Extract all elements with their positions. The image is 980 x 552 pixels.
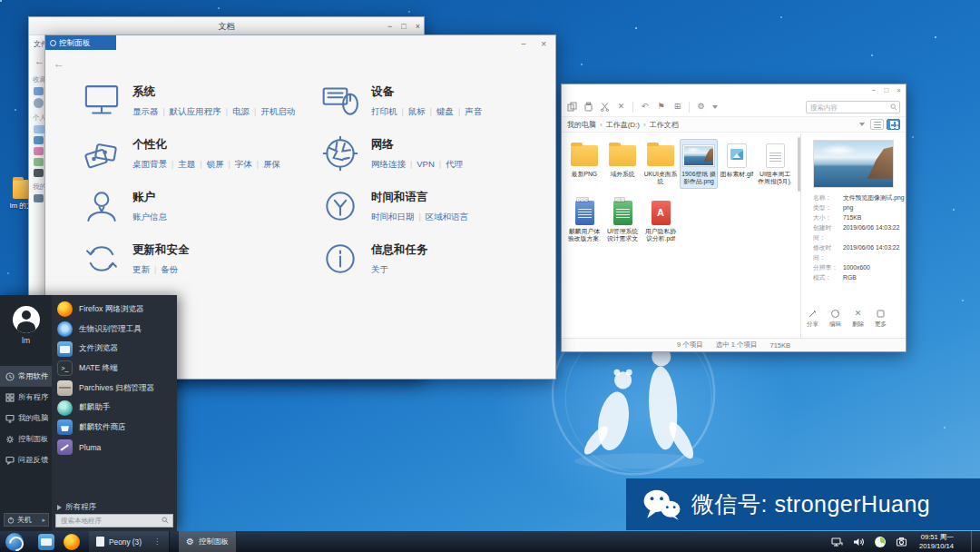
file-item[interactable]: XLS UI管理系统设计需求文档.xls xyxy=(603,196,642,246)
cp-link[interactable]: 打印机 xyxy=(371,106,397,116)
delete-icon[interactable]: ✕ xyxy=(616,102,626,112)
pictures-icon[interactable] xyxy=(34,158,44,166)
taskbar-firefox-icon[interactable] xyxy=(64,534,80,550)
file-item[interactable]: 图标素材.gif xyxy=(718,139,756,189)
taskbar-group-expander[interactable]: ⋮ xyxy=(153,537,162,546)
close-button[interactable]: × xyxy=(897,86,901,94)
user-avatar[interactable] xyxy=(13,306,40,333)
cp-link[interactable]: 账户信息 xyxy=(132,212,167,222)
minimize-button[interactable]: − xyxy=(521,39,526,49)
cp-link[interactable]: 关于 xyxy=(371,264,388,274)
app-item-parchives[interactable]: Parchives 归档管理器 xyxy=(52,379,177,399)
cp-link[interactable]: 区域和语言 xyxy=(415,212,469,222)
nav-feedback[interactable]: 问题反馈 xyxy=(0,449,52,470)
download-icon[interactable] xyxy=(34,136,44,144)
cp-link[interactable]: 桌面背景 xyxy=(132,159,167,169)
settings-icon[interactable]: ⚙ xyxy=(696,102,706,112)
cp-link[interactable]: VPN xyxy=(406,159,435,169)
file-item-selected[interactable]: 1906壁纸 摄影作品.png xyxy=(680,139,718,189)
cp-link[interactable]: 声音 xyxy=(454,106,482,116)
copy-icon[interactable] xyxy=(567,102,577,112)
cp-link[interactable]: 键盘 xyxy=(426,106,454,116)
recent-icon[interactable] xyxy=(34,87,44,95)
cp-link[interactable]: 锁屏 xyxy=(195,159,223,169)
file-item[interactable]: DOC 麒麟用户体验改版方案.doc xyxy=(565,196,603,246)
start-button[interactable] xyxy=(5,533,24,551)
app-item-software-store[interactable]: 麒麟软件商店 xyxy=(52,418,177,438)
shutdown-options-arrow[interactable]: ▸ xyxy=(42,517,45,524)
breadcrumb-item[interactable]: 工作文档 xyxy=(640,120,679,130)
app-item-kylin-assistant[interactable]: 麒麟助手 xyxy=(52,398,177,418)
bookmark-icon[interactable]: ⚑ xyxy=(656,102,666,112)
nav-common-apps[interactable]: 常用软件 xyxy=(0,366,52,387)
cp-link[interactable]: 鼠标 xyxy=(397,106,426,116)
file-item[interactable]: 最新PNG xyxy=(565,139,603,189)
more-button[interactable]: 更多 xyxy=(875,309,887,329)
search-input[interactable] xyxy=(806,101,900,113)
cp-link[interactable]: 备份 xyxy=(150,264,178,274)
breadcrumb-item[interactable]: 我的电脑 xyxy=(567,120,596,130)
cp-link[interactable]: 开机启动 xyxy=(250,106,295,116)
shutdown-button[interactable]: 关机 ▸ xyxy=(4,513,49,527)
paste-icon[interactable] xyxy=(583,102,593,112)
input-method-icon[interactable] xyxy=(875,537,886,547)
camera-icon[interactable] xyxy=(896,537,907,547)
volume-icon[interactable] xyxy=(853,537,865,547)
back-button[interactable]: ← xyxy=(34,55,44,66)
app-item-biometric[interactable]: 生物识别管理工具 xyxy=(52,320,177,340)
show-desktop-button[interactable] xyxy=(971,531,975,552)
edit-button[interactable]: 编辑 xyxy=(829,309,841,329)
cut-icon[interactable] xyxy=(600,102,610,112)
cp-link[interactable]: 主题 xyxy=(167,159,195,169)
file-item[interactable]: 域外系统 xyxy=(603,139,642,189)
maximize-button[interactable]: □ xyxy=(401,17,406,35)
delete-button[interactable]: ✕ 删除 xyxy=(852,309,864,329)
cp-link[interactable]: 默认应用程序 xyxy=(159,106,221,116)
cp-link[interactable]: 时间和日期 xyxy=(371,212,415,222)
clock-icon[interactable] xyxy=(34,98,44,108)
minimize-button[interactable]: − xyxy=(387,17,392,35)
app-item-pluma[interactable]: Pluma xyxy=(52,438,177,458)
undo-icon[interactable]: ↶ xyxy=(640,102,650,112)
taskbar-window-peony[interactable]: Peony (3) ⋮ xyxy=(89,531,170,552)
close-button[interactable]: × xyxy=(416,17,420,35)
minimize-button[interactable]: − xyxy=(872,86,877,94)
taskbar-clock[interactable]: 09:51 周一 2019/10/14 xyxy=(917,533,961,550)
nav-all-programs[interactable]: 所有程序 xyxy=(0,387,52,408)
dropdown-caret-icon[interactable] xyxy=(712,105,718,109)
cp-link[interactable]: 字体 xyxy=(223,159,251,169)
cp-link[interactable]: 网络连接 xyxy=(371,159,406,169)
nav-control-panel[interactable]: 控制面板 xyxy=(0,429,52,449)
fm-titlebar[interactable]: − □ × xyxy=(562,84,906,97)
all-programs-link[interactable]: 所有程序 xyxy=(57,502,96,513)
videos-icon[interactable] xyxy=(34,169,44,177)
icon-view-button[interactable] xyxy=(887,119,900,130)
cp-link[interactable]: 显示器 xyxy=(132,106,159,116)
fm-addressbar[interactable]: 我的电脑 工作盘(D:) 工作文档 xyxy=(562,117,906,133)
breadcrumb-item[interactable]: 工作盘(D:) xyxy=(596,120,640,130)
taskbar-file-manager-icon[interactable] xyxy=(38,534,54,550)
cp-link[interactable]: 更新 xyxy=(132,264,150,274)
file-item[interactable]: UKUI桌面系统 xyxy=(642,139,680,189)
nav-my-computer[interactable]: 我的电脑 xyxy=(0,408,52,429)
new-folder-icon[interactable]: ⊞ xyxy=(672,102,682,112)
dropdown-caret-icon[interactable] xyxy=(859,123,865,126)
network-icon[interactable] xyxy=(831,537,843,547)
music-icon[interactable] xyxy=(34,147,44,155)
cp-link[interactable]: 代理 xyxy=(435,159,463,169)
file-item[interactable]: A 用户隐私协议分析.pdf xyxy=(642,196,680,246)
app-item-terminal[interactable]: >_MATE 终端 xyxy=(52,359,177,379)
close-button[interactable]: × xyxy=(541,39,546,49)
back-button[interactable]: ← xyxy=(54,57,64,70)
doc-window-titlebar[interactable]: 文档 − □ × xyxy=(29,17,424,35)
cp-link[interactable]: 屏保 xyxy=(252,159,280,169)
maximize-button[interactable]: □ xyxy=(884,86,888,94)
computer-icon[interactable] xyxy=(34,194,44,202)
start-search-input[interactable] xyxy=(55,514,173,527)
control-panel-tab[interactable]: 控制面板 xyxy=(45,35,116,50)
app-item-file-browser[interactable]: 文件浏览器 xyxy=(52,339,177,359)
cp-link[interactable]: 电源 xyxy=(221,106,250,116)
list-view-button[interactable] xyxy=(870,119,884,130)
taskbar-window-control-panel[interactable]: ⚙ 控制面板 xyxy=(179,531,237,552)
share-button[interactable]: 分享 xyxy=(807,309,818,329)
